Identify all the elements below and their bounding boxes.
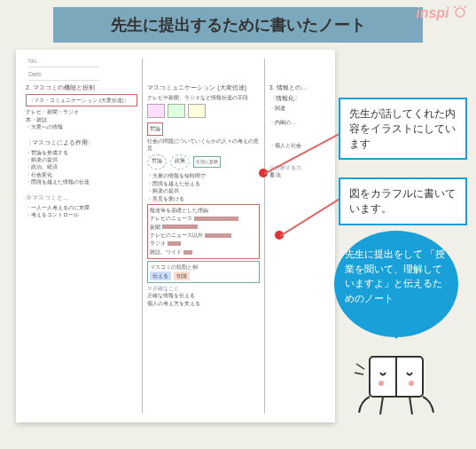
mini-house-icon xyxy=(168,104,185,118)
tag1: 生活に反映 xyxy=(193,156,221,168)
svg-line-2 xyxy=(464,6,466,8)
chart-label: ラジオ xyxy=(150,240,166,247)
chart-label: テレビのニュース以外 xyxy=(150,232,203,239)
box2: マスコミの役割と例 伝える 知識 xyxy=(147,261,259,283)
col1-item: ・一人一人考えるのに支障 xyxy=(26,204,137,211)
col2-item: ・国境を越えた伝える xyxy=(147,180,259,187)
nb-date-label: Date xyxy=(28,70,99,81)
svg-line-1 xyxy=(454,6,456,8)
box2-item: 伝える xyxy=(150,272,171,280)
col1-item: ・大衆への情報 xyxy=(26,123,137,130)
col2-note1: 社会の問題についていくらかの人々の考えの意見 xyxy=(147,138,259,153)
cloud-a: 世論 xyxy=(147,154,167,169)
inspi-logo: inspi xyxy=(416,5,467,21)
callout2-text: 図をカラフルに xyxy=(349,187,424,200)
box2-title: マスコミの役割と例 xyxy=(150,264,256,271)
nb-col2: マスコミュニケーション (大衆伝達) テレビや新聞、ラジオなど情報伝達の手段 世… xyxy=(143,59,264,414)
notebook-image: No. Date 2. マスコミの機能と役割 〈マス・コミュニケーション (大衆… xyxy=(16,50,335,422)
col2-item: ・大量の情報を短時間で xyxy=(147,172,259,179)
col3-item: ・内閣の… xyxy=(269,119,325,126)
col2-footer: 個人の考え方を支える xyxy=(147,300,259,307)
mini-house-icon xyxy=(188,104,206,118)
col1-item: 本・雑誌 xyxy=(26,116,137,123)
col1-item: テレビ・新聞・ラジオ xyxy=(26,108,137,115)
col1-item: ・世論を形成する xyxy=(26,149,137,156)
notebook-mascot-icon xyxy=(352,348,441,431)
col1-item: ・考えをコントロール xyxy=(26,211,137,218)
box2-item: 知識 xyxy=(174,272,190,280)
col3-sub: 〈情報化〉 xyxy=(269,94,325,103)
svg-line-9 xyxy=(355,373,363,374)
col2-block: 世論 xyxy=(147,122,163,135)
svg-point-0 xyxy=(456,8,464,17)
nb-no-label: No. xyxy=(28,57,99,67)
col3-heading: 3. 情報との… xyxy=(269,83,325,92)
col2-item: ・娯楽の提供 xyxy=(147,187,259,194)
bubble-line1: 先生に提出をして xyxy=(345,248,423,259)
col1-sub-a: 〈マス・コミュニケーション (大衆伝達)〉 xyxy=(26,94,137,106)
col2-footer: ※正確なこと xyxy=(147,285,259,292)
svg-line-8 xyxy=(356,364,364,369)
callout-illustration: 先生が話してくれた内容をイラストにしています xyxy=(339,98,467,160)
svg-point-6 xyxy=(378,381,384,386)
col1-item: ・社会変化 xyxy=(26,171,137,178)
chart-label: 雑誌、ワイド xyxy=(150,248,182,256)
chart-box: 報道等を基礎とした理由 テレビのニュース 新聞 テレビのニュース以外 ラジオ 雑… xyxy=(147,204,259,259)
col2-footer: 正確な情報を伝える xyxy=(147,292,259,299)
mini-house-icon xyxy=(147,104,165,118)
col1-item: ・娯楽の提供 xyxy=(26,156,137,163)
col2-item: ・意見を受ける xyxy=(147,195,259,202)
svg-point-7 xyxy=(409,381,414,386)
col1-item: ・国境を越えた情報の伝達 xyxy=(26,178,137,185)
page-title: 先生に提出するために書いたノート xyxy=(53,7,423,43)
col1-sub-c: ※マスコミと… xyxy=(26,193,137,202)
callout-colorful: 図をカラフルに書いています。 xyxy=(339,177,467,225)
chart-title: 報道等を基礎とした理由 xyxy=(150,207,256,214)
col1-item: ・政治、経済 xyxy=(26,163,137,170)
chart-label: テレビのニュース xyxy=(150,215,192,222)
speech-bubble: 先生に提出をして 「授業を聞いて、理解していますよ」と伝えるためのノート xyxy=(334,231,458,337)
col3-item: ・関連 xyxy=(269,105,325,112)
col1-sub-b: 〈マスコミによる作用〉 xyxy=(26,138,137,147)
callout1-text: 先生が話してくれた xyxy=(349,107,445,120)
cloud-b: 政策 xyxy=(170,154,190,169)
chart-label: 新聞 xyxy=(150,224,160,231)
title-text: 先生に提出するために書いたノート xyxy=(111,16,366,34)
nb-col1: 2. マスコミの機能と役割 〈マス・コミュニケーション (大衆伝達)〉 テレビ・… xyxy=(21,59,143,414)
col3-item: 書 法 xyxy=(269,171,325,178)
col2-heading: マスコミュニケーション (大衆伝達) xyxy=(147,83,259,92)
logo-text: inspi xyxy=(416,5,449,20)
col1-heading: 2. マスコミの機能と役割 xyxy=(26,83,137,92)
col2-sub1: テレビや新聞、ラジオなど情報伝達の手段 xyxy=(147,94,259,101)
